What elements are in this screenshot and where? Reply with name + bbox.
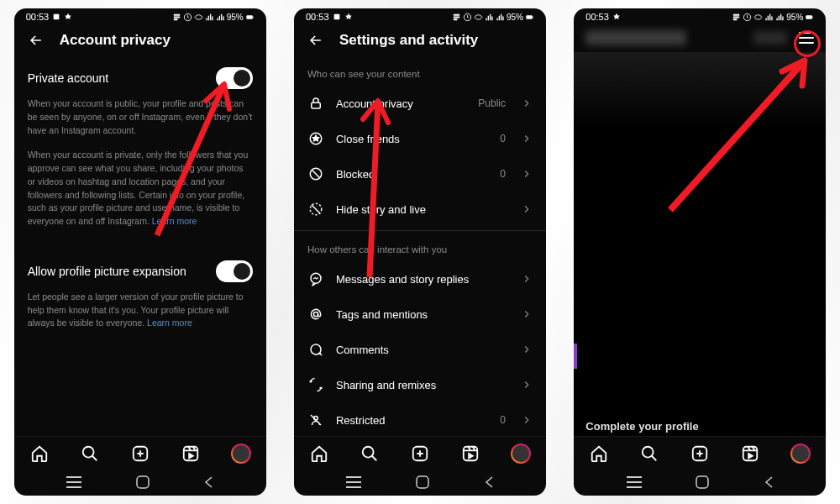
search-tab[interactable] <box>360 444 380 464</box>
header-action-blurred <box>753 31 787 45</box>
private-desc-2: When your account is private, only the f… <box>28 145 253 237</box>
reels-tab[interactable] <box>181 444 201 464</box>
menu-item-tags[interactable]: Tags and mentions <box>294 297 546 332</box>
back-arrow-icon[interactable] <box>307 32 324 49</box>
bottom-tab-bar <box>574 436 826 467</box>
svg-rect-35 <box>743 447 758 461</box>
allow-expansion-label: Allow profile picture expansion <box>28 265 186 278</box>
status-bar: 00:53 95% <box>574 8 826 24</box>
profile-tab[interactable] <box>231 444 251 464</box>
create-tab[interactable] <box>410 444 430 464</box>
menu-icon[interactable] <box>799 32 814 44</box>
private-account-toggle[interactable] <box>216 67 253 89</box>
menu-item-messages[interactable]: Messages and story replies <box>294 261 546 297</box>
status-battery: 95% <box>227 13 244 22</box>
recents-button[interactable] <box>627 476 642 488</box>
profile-body: Complete your profile <box>574 52 826 436</box>
svg-rect-29 <box>417 476 428 488</box>
profile-header <box>574 24 826 52</box>
menu-item-blocked[interactable]: Blocked 0 <box>294 156 546 192</box>
bottom-tab-bar <box>14 436 266 467</box>
phone-settings-activity: 00:53 95% Settings and activity Who can … <box>294 8 546 496</box>
restricted-icon <box>307 412 324 428</box>
menu-item-close-friends[interactable]: Close friends 0 <box>294 121 546 156</box>
svg-rect-37 <box>627 481 642 483</box>
home-button[interactable] <box>696 475 709 489</box>
svg-rect-15 <box>312 102 321 108</box>
recents-button[interactable] <box>346 476 361 488</box>
svg-point-20 <box>313 312 318 316</box>
reels-tab[interactable] <box>460 444 480 464</box>
at-icon <box>307 306 324 323</box>
recents-button[interactable] <box>66 476 81 488</box>
svg-rect-7 <box>66 476 81 478</box>
private-desc-1: When your account is public, your profil… <box>28 94 253 145</box>
status-battery: 95% <box>786 13 803 22</box>
chevron-right-icon <box>521 273 533 285</box>
star-circle-icon <box>307 130 324 147</box>
allow-expansion-desc: Let people see a larger version of your … <box>28 287 253 339</box>
home-button[interactable] <box>136 475 150 489</box>
home-tab[interactable] <box>589 444 609 464</box>
svg-rect-6 <box>183 447 197 461</box>
chevron-right-icon <box>521 379 533 391</box>
page-title: Settings and activity <box>339 32 478 49</box>
menu-item-sharing[interactable]: Sharing and remixes <box>294 367 546 402</box>
section-header-content: Who can see your content <box>294 59 546 86</box>
chevron-right-icon <box>521 203 533 215</box>
create-tab[interactable] <box>130 444 150 464</box>
search-tab[interactable] <box>80 444 100 464</box>
reels-tab[interactable] <box>740 444 760 464</box>
status-time: 00:53 <box>306 12 329 22</box>
home-tab[interactable] <box>29 444 50 464</box>
lock-icon <box>307 95 324 112</box>
svg-rect-25 <box>464 447 478 461</box>
menu-item-account-privacy[interactable]: Account privacy Public <box>294 86 546 121</box>
phone-account-privacy: 00:53 95% Account privacy Private accoun… <box>14 8 266 496</box>
page-title: Account privacy <box>60 32 171 49</box>
svg-point-23 <box>363 447 374 458</box>
home-tab[interactable] <box>309 444 329 464</box>
android-nav-bar <box>294 467 546 496</box>
learn-more-link-2[interactable]: Learn more <box>147 318 192 328</box>
divider <box>294 230 546 231</box>
menu-item-restricted[interactable]: Restricted 0 <box>294 402 546 436</box>
back-button[interactable] <box>203 475 213 489</box>
app-header: Account privacy <box>14 24 266 59</box>
status-time: 00:53 <box>26 12 50 22</box>
profile-tab[interactable] <box>790 444 811 464</box>
svg-rect-10 <box>137 476 149 488</box>
menu-item-comments[interactable]: Comments <box>294 332 546 367</box>
profile-tab[interactable] <box>511 444 531 464</box>
chevron-right-icon <box>521 133 533 144</box>
back-button[interactable] <box>764 475 774 489</box>
svg-rect-38 <box>627 486 642 488</box>
svg-point-33 <box>643 447 654 458</box>
search-tab[interactable] <box>639 444 659 464</box>
svg-rect-2 <box>246 15 252 19</box>
back-arrow-icon[interactable] <box>28 32 45 49</box>
app-header: Settings and activity <box>294 24 546 59</box>
chevron-right-icon <box>521 344 533 355</box>
chevron-right-icon <box>521 308 533 320</box>
blocked-icon <box>307 165 324 182</box>
svg-rect-8 <box>66 481 81 483</box>
home-button[interactable] <box>416 475 429 489</box>
android-nav-bar <box>14 467 266 496</box>
username-blurred <box>585 30 686 45</box>
svg-rect-39 <box>696 476 708 488</box>
status-battery: 95% <box>507 13 523 22</box>
svg-rect-13 <box>526 15 532 19</box>
bottom-tab-bar <box>294 436 546 467</box>
phone-profile: 00:53 95% Complete your profile <box>574 8 826 496</box>
menu-item-hide-story[interactable]: Hide story and live <box>294 192 546 227</box>
back-button[interactable] <box>484 475 494 489</box>
create-tab[interactable] <box>690 444 710 464</box>
complete-profile-label: Complete your profile <box>585 420 698 433</box>
learn-more-link[interactable]: Learn more <box>152 216 197 226</box>
status-bar: 00:53 95% <box>14 8 266 24</box>
allow-expansion-toggle[interactable] <box>216 260 253 282</box>
comment-icon <box>307 341 324 358</box>
chevron-right-icon <box>521 414 533 426</box>
chevron-right-icon <box>521 97 533 109</box>
